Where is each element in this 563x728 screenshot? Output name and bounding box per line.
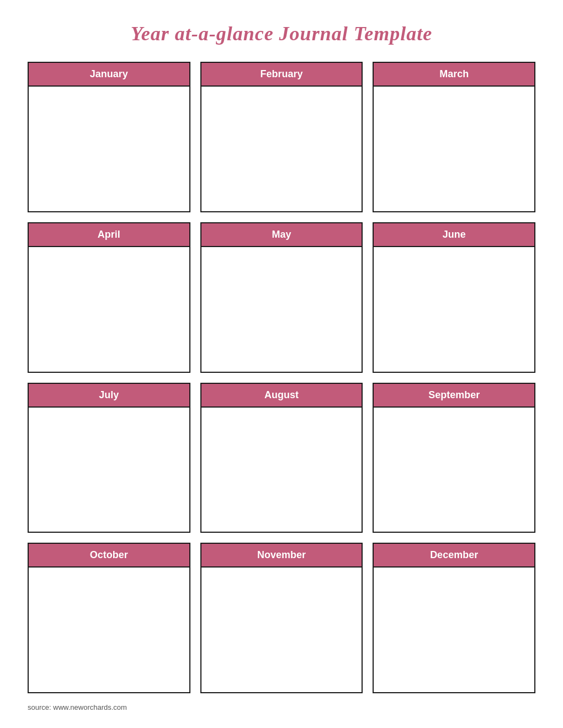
month-header-april: April bbox=[29, 223, 189, 247]
month-body-september[interactable] bbox=[374, 408, 534, 532]
month-header-march: March bbox=[374, 63, 534, 87]
month-body-july[interactable] bbox=[29, 408, 189, 532]
month-body-january[interactable] bbox=[29, 87, 189, 211]
month-body-april[interactable] bbox=[29, 247, 189, 372]
month-box-march: March bbox=[373, 62, 535, 212]
month-box-june: June bbox=[373, 222, 535, 373]
month-header-september: September bbox=[374, 384, 534, 408]
month-body-august[interactable] bbox=[201, 408, 362, 532]
month-body-may[interactable] bbox=[201, 247, 362, 372]
month-body-december[interactable] bbox=[374, 568, 534, 692]
month-box-may: May bbox=[200, 222, 363, 373]
month-box-july: July bbox=[28, 383, 190, 533]
month-header-january: January bbox=[29, 63, 189, 87]
month-header-october: October bbox=[29, 544, 189, 568]
month-body-june[interactable] bbox=[374, 247, 534, 372]
month-box-april: April bbox=[28, 222, 190, 373]
month-body-march[interactable] bbox=[374, 87, 534, 211]
month-header-june: June bbox=[374, 223, 534, 247]
month-box-january: January bbox=[28, 62, 190, 212]
month-header-may: May bbox=[201, 223, 362, 247]
month-body-october[interactable] bbox=[29, 568, 189, 692]
source-text: source: www.neworchards.com bbox=[28, 703, 127, 711]
month-box-august: August bbox=[200, 383, 363, 533]
page-title: Year at-a-glance Journal Template bbox=[131, 22, 433, 45]
calendar-grid: JanuaryFebruaryMarchAprilMayJuneJulyAugu… bbox=[28, 62, 535, 693]
month-box-september: September bbox=[373, 383, 535, 533]
month-header-february: February bbox=[201, 63, 362, 87]
month-box-december: December bbox=[373, 543, 535, 693]
month-box-november: November bbox=[200, 543, 363, 693]
month-header-july: July bbox=[29, 384, 189, 408]
month-body-february[interactable] bbox=[201, 87, 362, 211]
month-box-october: October bbox=[28, 543, 190, 693]
month-body-november[interactable] bbox=[201, 568, 362, 692]
month-header-december: December bbox=[374, 544, 534, 568]
month-box-february: February bbox=[200, 62, 363, 212]
month-header-august: August bbox=[201, 384, 362, 408]
month-header-november: November bbox=[201, 544, 362, 568]
